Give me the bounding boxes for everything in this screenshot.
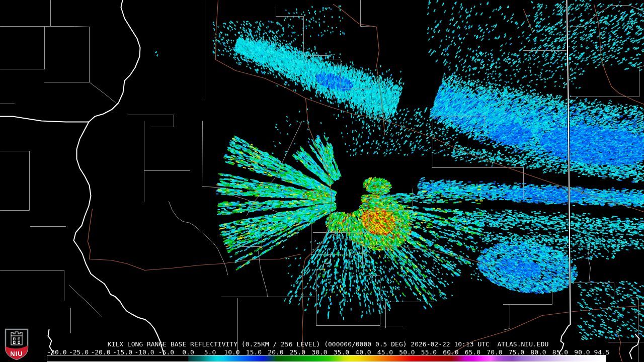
reflectivity-colorbar: [47, 355, 606, 362]
radar-map-canvas: [0, 0, 644, 362]
niu-logo-text: NIU: [10, 350, 23, 357]
radar-viewer-screen: KILX LONG RANGE BASE REFLECTIVITY (0.25K…: [0, 0, 644, 362]
colorbar-gradient: [47, 355, 606, 361]
niu-logo: NIU: [4, 328, 29, 361]
radar-caption: KILX LONG RANGE BASE REFLECTIVITY (0.25K…: [108, 340, 549, 348]
